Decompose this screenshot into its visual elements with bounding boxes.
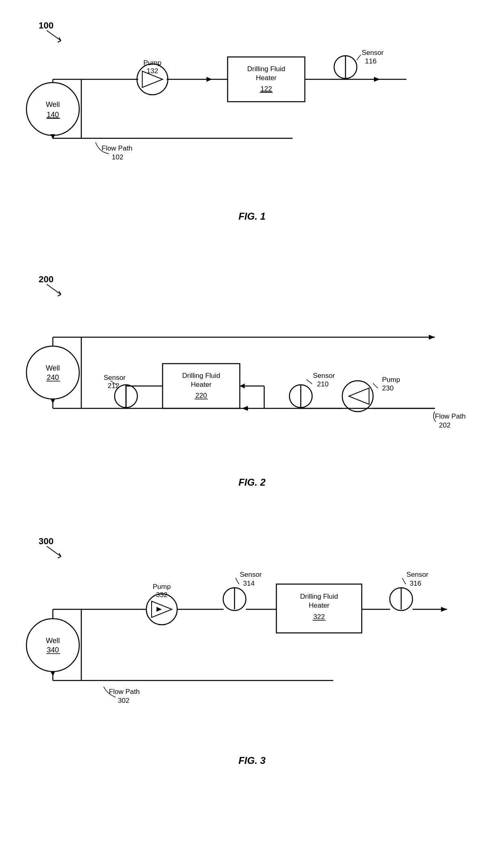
svg-point-10 <box>26 83 79 135</box>
fig1-flowpath-label: Flow Path <box>102 144 133 152</box>
fig3-pump-label: Pump <box>153 583 171 591</box>
fig2-section: 200 Well 240 <box>8 262 496 524</box>
svg-marker-45 <box>349 388 369 404</box>
fig1-flowpath-number: 102 <box>112 153 123 161</box>
fig1-caption: FIG. 1 <box>239 211 266 222</box>
fig2-sensor210-label: Sensor <box>313 372 335 379</box>
fig1-well-label: Well <box>46 100 60 109</box>
fig3-heater-number: 322 <box>313 613 325 621</box>
fig3-flowpath-number: 302 <box>118 697 129 704</box>
fig1-sensor-number: 116 <box>365 57 376 65</box>
fig1-well-number: 140 <box>47 111 59 119</box>
fig3-section: 300 Well 340 <box>8 524 496 810</box>
fig3-sensor314-number: 314 <box>243 580 254 587</box>
fig2-sensor212-number: 212 <box>108 382 119 390</box>
fig2-heater-number: 220 <box>196 392 207 399</box>
fig1-heater-number: 122 <box>261 85 272 93</box>
svg-line-24 <box>58 294 61 296</box>
fig2-caption: FIG. 2 <box>239 477 266 488</box>
fig1-heater-label1: Drilling Fluid <box>247 65 285 73</box>
svg-marker-56 <box>441 607 447 612</box>
fig1-heater-label2: Heater <box>256 74 276 82</box>
fig1-pump-label: Pump <box>143 59 161 67</box>
fig2-heater-label2: Heater <box>191 381 211 388</box>
fig3-caption: FIG. 3 <box>239 755 266 766</box>
fig3-heater-label1: Drilling Fluid <box>300 593 338 600</box>
svg-point-30 <box>26 346 79 399</box>
svg-marker-21 <box>206 77 212 82</box>
fig2-sensor210-number: 210 <box>317 380 328 388</box>
fig3-well-label: Well <box>46 637 60 645</box>
svg-marker-28 <box>242 406 248 411</box>
fig1-section: 100 Well 140 <box>8 8 496 262</box>
fig1-pump-number: 132 <box>147 67 158 75</box>
fig2-well-label: Well <box>46 364 60 372</box>
fig1-diagram-id: 100 <box>39 20 54 31</box>
fig1-sensor-label: Sensor <box>362 49 384 57</box>
svg-line-48 <box>47 546 61 556</box>
fig2-flowpath-label: Flow Path <box>435 412 466 420</box>
fig2-heater-label1: Drilling Fluid <box>182 372 220 379</box>
fig3-sensor316-number: 316 <box>410 580 421 587</box>
fig3-diagram-id: 300 <box>39 536 54 546</box>
fig2-pump-circle <box>342 381 373 412</box>
page: 100 Well 140 <box>0 0 504 844</box>
fig2-flowpath-number: 202 <box>439 421 450 429</box>
fig2-well-number: 240 <box>47 373 59 382</box>
svg-point-59 <box>26 619 79 672</box>
fig3-well-number: 340 <box>47 646 59 654</box>
fig3-sensor314-label: Sensor <box>240 571 262 578</box>
svg-marker-26 <box>429 335 435 340</box>
fig3-flowpath-label: Flow Path <box>109 688 140 696</box>
svg-marker-36 <box>50 399 55 403</box>
svg-line-2 <box>58 41 61 42</box>
fig2-pump-label: Pump <box>382 376 400 384</box>
svg-line-50 <box>58 556 61 558</box>
fig3-sensor316-label: Sensor <box>406 571 428 578</box>
svg-marker-67 <box>156 607 162 612</box>
fig3-heater-label2: Heater <box>308 602 329 609</box>
svg-marker-65 <box>50 671 55 676</box>
fig2-sensor212-label: Sensor <box>104 374 126 382</box>
fig3-pump-number: 332 <box>156 591 167 599</box>
svg-line-0 <box>47 31 61 41</box>
fig2-diagram-id: 200 <box>39 274 54 284</box>
svg-line-22 <box>47 284 61 294</box>
fig2-pump-number: 230 <box>382 384 393 392</box>
